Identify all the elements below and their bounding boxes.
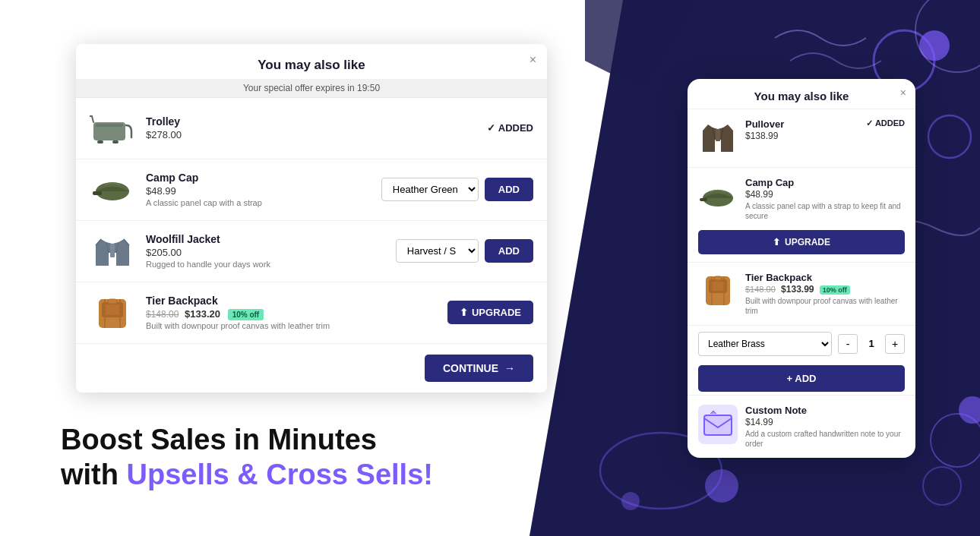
svg-rect-13	[96, 124, 123, 127]
variant-select-camp-cap[interactable]: Heather Green Navy Black	[381, 178, 479, 201]
product-name: Tier Backpack	[146, 295, 437, 307]
product-price: $48.99	[146, 185, 371, 197]
product-desc: Rugged to handle your days work	[146, 260, 385, 269]
timer-text: Your special offer expires in 19:50	[243, 83, 380, 93]
svg-rect-18	[110, 244, 115, 257]
mobile-backpack-controls: Leather Brass Black Brown - 1 +	[688, 325, 915, 362]
price-original: $148.00	[146, 309, 179, 320]
list-item: Camp Cap $48.99 A classic panel cap with…	[688, 167, 915, 230]
add-button-jacket[interactable]: ADD	[485, 239, 533, 263]
product-image-jacket	[90, 232, 135, 271]
product-image-backpack	[90, 293, 135, 333]
mobile-product-info-pullover: Pullover $138.99	[745, 118, 858, 141]
product-image-trolley	[90, 109, 135, 148]
upgrade-button-backpack[interactable]: ⬆ UPGRADE	[447, 301, 533, 324]
right-side: You may also like × Pullover $138.99	[623, 0, 980, 536]
product-price: $278.00	[146, 129, 476, 140]
upsell-modal: You may also like × Your special offer e…	[76, 44, 547, 393]
continue-button[interactable]: CONTINUE →	[425, 355, 533, 382]
mobile-product-price: $48.99	[745, 189, 905, 200]
mobile-product-price: $138.99	[745, 131, 858, 141]
mobile-upgrade-icon: ⬆	[773, 237, 780, 248]
add-button-camp-cap[interactable]: ADD	[485, 178, 533, 201]
product-info-backpack: Tier Backpack $148.00 $133.20 10% off Bu…	[146, 295, 437, 330]
headline-accent: Upsells & Cross Sells!	[127, 459, 433, 490]
mobile-upgrade-button-cap[interactable]: ⬆ UPGRADE	[698, 230, 905, 254]
quantity-increase-button[interactable]: +	[885, 334, 905, 354]
mobile-product-desc: A classic panel cap with a strap to keep…	[745, 201, 905, 221]
discount-badge: 10% off	[228, 309, 264, 320]
mobile-modal-title: You may also like	[700, 90, 903, 102]
mobile-product-name: Tier Backpack	[745, 272, 905, 283]
upgrade-label: UPGRADE	[472, 307, 521, 318]
modal-close-button[interactable]: ×	[530, 53, 536, 67]
mobile-added-text: ADDED	[866, 118, 905, 128]
modal-items-list: Trolley $278.00 ADDED	[76, 97, 547, 343]
mobile-product-image-cap	[698, 177, 738, 216]
mobile-add-button-backpack[interactable]: + ADD	[698, 365, 905, 392]
svg-rect-14	[97, 140, 103, 143]
mobile-product-info-backpack: Tier Backpack $148.00 $133.99 10% off Bu…	[745, 272, 905, 316]
product-desc: Built with downpour proof canvas with le…	[146, 321, 437, 330]
mobile-product-info-cap: Camp Cap $48.99 A classic panel cap with…	[745, 177, 905, 221]
price-sale: $133.20	[185, 308, 220, 320]
mobile-product-price: $148.00 $133.99 10% off	[745, 284, 905, 295]
table-row: Trolley $278.00 ADDED	[76, 98, 547, 159]
item-action-jacket[interactable]: Harvest / S Harvest / M Harvest / L ADD	[396, 239, 533, 263]
svg-rect-29	[714, 276, 722, 280]
modal-title: You may also like	[91, 58, 532, 73]
mobile-variant-select-backpack[interactable]: Leather Brass Black Brown	[698, 332, 832, 356]
table-row: Tier Backpack $148.00 $133.20 10% off Bu…	[76, 282, 547, 343]
added-label: ADDED	[487, 122, 533, 134]
svg-rect-23	[716, 129, 720, 141]
continue-arrow-icon: →	[504, 362, 515, 374]
upgrade-icon: ⬆	[460, 307, 468, 318]
product-info-jacket: Woolfill Jacket $205.00 Rugged to handle…	[146, 233, 385, 269]
modal-header: You may also like ×	[76, 44, 547, 79]
table-row: Woolfill Jacket $205.00 Rugged to handle…	[76, 221, 547, 282]
product-info-trolley: Trolley $278.00	[146, 115, 476, 140]
mobile-product-info-note: Custom Note $14.99 Add a custom crafted …	[745, 405, 905, 449]
mobile-product-image-backpack	[698, 272, 738, 311]
product-name: Camp Cap	[146, 172, 371, 184]
variant-select-jacket[interactable]: Harvest / S Harvest / M Harvest / L	[396, 239, 479, 263]
product-name: Woolfill Jacket	[146, 233, 385, 245]
mobile-upsell-card: You may also like × Pullover $138.99	[688, 79, 915, 458]
mobile-discount-badge: 10% off	[820, 285, 850, 295]
mobile-product-price: $14.99	[745, 417, 905, 427]
quantity-decrease-button[interactable]: -	[838, 334, 858, 354]
item-action-backpack[interactable]: ⬆ UPGRADE	[447, 301, 533, 324]
mobile-added-label: ADDED	[866, 118, 905, 128]
product-info-camp-cap: Camp Cap $48.99 A classic panel cap with…	[146, 172, 371, 207]
headline-line2: with Upsells & Cross Sells!	[61, 458, 433, 493]
item-action-camp-cap[interactable]: Heather Green Navy Black ADD	[381, 178, 533, 201]
mobile-product-desc: Add a custom crafted handwritten note to…	[745, 429, 905, 449]
modal-footer: CONTINUE →	[76, 343, 547, 393]
svg-rect-28	[711, 282, 725, 291]
svg-rect-17	[93, 191, 102, 195]
mobile-product-name: Custom Note	[745, 405, 905, 416]
svg-rect-30	[704, 415, 732, 435]
mobile-product-name: Camp Cap	[745, 177, 905, 188]
quantity-value: 1	[864, 338, 879, 349]
table-row: Camp Cap $48.99 A classic panel cap with…	[76, 159, 547, 221]
product-desc: A classic panel cap with a strap	[146, 198, 371, 207]
mobile-modal-header: You may also like ×	[688, 79, 915, 109]
mobile-modal-close-button[interactable]: ×	[900, 87, 906, 99]
list-item: Custom Note $14.99 Add a custom crafted …	[688, 395, 915, 458]
product-name: Trolley	[146, 115, 476, 128]
headline-line1: Boost Sales in Minutes	[61, 423, 433, 458]
mobile-price-sale: $133.99	[781, 284, 814, 295]
continue-label: CONTINUE	[443, 362, 498, 374]
modal-timer-bar: Your special offer expires in 19:50	[76, 79, 547, 97]
mobile-product-desc: Built with downpour proof canvas with le…	[745, 296, 905, 316]
list-item: Pullover $138.99 ADDED	[688, 109, 915, 167]
product-price: $148.00 $133.20 10% off	[146, 308, 437, 320]
product-price: $205.00	[146, 247, 385, 258]
mobile-price-original: $148.00	[745, 285, 776, 294]
mobile-product-image-note	[698, 405, 738, 444]
svg-rect-21	[105, 304, 120, 315]
product-image-camp-cap	[90, 170, 135, 210]
svg-rect-22	[108, 299, 117, 304]
list-item: Tier Backpack $148.00 $133.99 10% off Bu…	[688, 262, 915, 325]
